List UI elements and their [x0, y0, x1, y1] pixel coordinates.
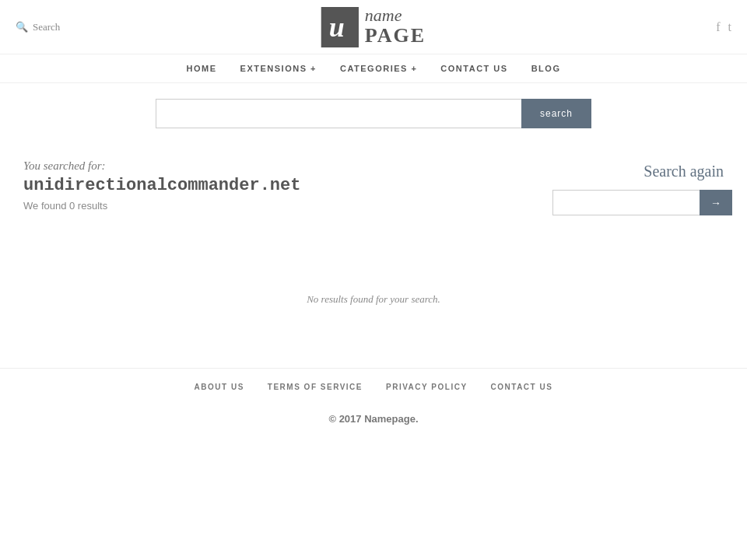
search-input-main[interactable]	[156, 99, 521, 128]
footer-copyright: © 2017 Namepage.	[0, 405, 747, 440]
twitter-icon[interactable]: t	[728, 20, 731, 34]
logo-letter: u	[326, 9, 354, 45]
footer-nav-terms[interactable]: TERMS OF SERVICE	[268, 383, 363, 391]
copyright-end: .	[416, 413, 419, 425]
header-search-label: Search	[33, 21, 60, 33]
header-search[interactable]: 🔍 Search	[16, 21, 109, 33]
header: 🔍 Search u name PAGE f t	[0, 0, 747, 54]
right-content: Search again →	[552, 159, 724, 215]
nav-item-categories[interactable]: CATEGORIES +	[340, 64, 417, 73]
left-content: You searched for: unidirectionalcommande…	[23, 159, 521, 215]
logo-page: PAGE	[365, 25, 426, 47]
facebook-icon[interactable]: f	[716, 20, 720, 34]
content-section: You searched for: unidirectionalcommande…	[8, 159, 739, 215]
search-icon: 🔍	[16, 21, 28, 33]
svg-text:u: u	[329, 12, 345, 41]
nav-item-blog[interactable]: BLOG	[531, 64, 561, 73]
footer-nav: ABOUT US TERMS OF SERVICE PRIVACY POLICY…	[0, 369, 747, 405]
nav-item-home[interactable]: HOME	[187, 64, 217, 73]
copyright-text: © 2017	[328, 413, 364, 425]
brand-name: Namepage	[364, 413, 416, 425]
social-icons: f t	[638, 20, 731, 34]
nav-item-extensions[interactable]: EXTENSIONS +	[240, 64, 317, 73]
search-bar-section: search	[0, 83, 747, 136]
results-count: We found 0 results	[23, 200, 521, 212]
logo-icon-box: u	[321, 7, 359, 47]
search-again-button[interactable]: →	[700, 190, 732, 215]
search-bar-wrapper: search	[156, 99, 591, 128]
logo-name: name	[365, 6, 426, 25]
searched-term: unidirectionalcommander.net	[23, 176, 521, 195]
footer-nav-about[interactable]: ABOUT US	[195, 383, 244, 391]
search-again-input[interactable]	[552, 190, 700, 215]
no-results-text: No results found for your search.	[23, 262, 724, 337]
search-again-title: Search again	[552, 163, 724, 180]
search-again-wrapper: →	[552, 190, 724, 215]
search-button-main[interactable]: search	[521, 99, 591, 128]
logo[interactable]: u name PAGE	[321, 6, 426, 47]
you-searched-label: You searched for:	[23, 159, 521, 173]
main-nav: HOME EXTENSIONS + CATEGORIES + CONTACT U…	[0, 54, 747, 83]
logo-text: name PAGE	[365, 6, 426, 47]
footer-nav-privacy[interactable]: PRIVACY POLICY	[386, 383, 468, 391]
nav-item-contact[interactable]: CONTACT US	[440, 64, 507, 73]
footer-nav-contact[interactable]: CONTACT US	[491, 383, 553, 391]
no-results-row: No results found for your search.	[8, 262, 739, 337]
